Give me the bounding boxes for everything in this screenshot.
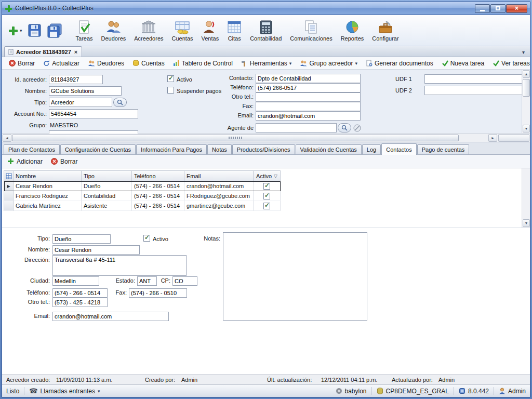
toolbar-citas[interactable]: Citas <box>223 17 246 45</box>
cell-tipo[interactable]: Contabilidad <box>82 191 132 201</box>
tipo-field[interactable] <box>49 98 112 107</box>
tab-close-icon[interactable]: × <box>74 49 78 55</box>
cell-tipo[interactable]: Asistente <box>82 201 132 211</box>
grupo-acreedor-menu[interactable]: Grupo acreedor ▾ <box>296 59 361 68</box>
scrollbar-thumb[interactable] <box>12 135 459 141</box>
toolbar-tareas[interactable]: Tareas <box>72 17 97 45</box>
deudores-button[interactable]: Deudores <box>84 59 128 68</box>
detail-activo-checkbox[interactable] <box>143 235 150 242</box>
grid-corner-icon[interactable] <box>4 171 14 181</box>
minimize-button[interactable] <box>475 4 490 13</box>
tab-configuracion-de-cuentas[interactable]: Configuración de Cuentas <box>60 144 136 154</box>
udf2-field[interactable] <box>424 86 522 95</box>
version-indicator[interactable]: 8.0.442 <box>459 388 489 395</box>
maximize-button[interactable] <box>490 4 506 13</box>
cell-nombre[interactable]: Cesar Rendon <box>14 181 82 191</box>
id-acreedor-field[interactable] <box>49 75 103 84</box>
tab-notas[interactable]: Notas <box>207 144 232 154</box>
scroll-down-icon[interactable]: ▼ <box>523 219 530 227</box>
toolbar-contabilidad[interactable]: Contabilidad <box>246 17 286 45</box>
tab-validacion-de-cuentas[interactable]: Validación de Cuentas <box>296 144 362 154</box>
ver-tareas-button[interactable]: Ver tareas <box>489 59 530 68</box>
otro-tel-field[interactable] <box>256 92 361 102</box>
scroll-up-icon[interactable]: ▲ <box>523 70 530 78</box>
table-row[interactable]: ▶ Cesar Rendon Dueño (574) - 266 - 0514 … <box>4 181 281 191</box>
agente-de-field[interactable] <box>256 123 337 132</box>
contacto-field[interactable] <box>256 74 361 83</box>
herramientas-menu[interactable]: Herramientas ▾ <box>237 59 296 68</box>
generar-documentos-button[interactable]: Generar documentos <box>362 59 437 68</box>
cell-nombre[interactable]: Francisco Rodriguez <box>14 191 82 201</box>
column-header-telefono[interactable]: Teléfono <box>132 171 184 181</box>
detail-telefono-field[interactable] <box>52 288 108 298</box>
toolbar-cuentas[interactable]: Cuentas <box>168 17 197 45</box>
document-tab-acreedor[interactable]: Acreedor 811843927 × <box>4 46 82 57</box>
toolbar-acreedores[interactable]: Acreedores <box>130 17 167 45</box>
udf1-field[interactable] <box>424 74 522 84</box>
activo-checkbox[interactable] <box>167 75 174 82</box>
cell-tipo[interactable]: Dueño <box>82 181 132 191</box>
fax-field[interactable] <box>256 102 361 111</box>
save-button[interactable] <box>25 19 44 42</box>
tab-plan-de-contactos[interactable]: Plan de Contactos <box>4 144 60 154</box>
scroll-right-icon[interactable]: ► <box>488 134 497 142</box>
detail-tipo-field[interactable] <box>52 234 111 244</box>
column-header-nombre[interactable]: Nombre <box>14 171 82 181</box>
tab-contactos[interactable]: Contactos <box>381 143 417 155</box>
tab-pago-de-cuentas[interactable]: Pago de cuentas <box>417 144 470 154</box>
column-header-tipo[interactable]: Tipo <box>82 171 132 181</box>
toolbar-deudores[interactable]: Deudores <box>97 17 130 45</box>
suspender-pagos-checkbox[interactable] <box>167 87 174 94</box>
table-row[interactable]: Gabriela Martinez Asistente (574) - 266 … <box>4 201 281 211</box>
account-no-field[interactable] <box>49 109 138 118</box>
toolbar-ventas[interactable]: Ventas <box>197 17 223 45</box>
current-user-indicator[interactable]: Admin <box>499 388 526 395</box>
cell-email[interactable]: FRodriguez@gcube.com <box>184 191 254 201</box>
cell-telefono[interactable]: (574) - 266 - 0514 <box>132 201 184 211</box>
detail-direccion-field[interactable]: Transversal 6a # 45-111 <box>52 255 187 276</box>
nueva-tarea-button[interactable]: Nueva tarea <box>438 59 488 68</box>
activo-cell-checkbox[interactable] <box>263 183 270 190</box>
cell-telefono[interactable]: (574) - 266 - 0514 <box>132 191 184 201</box>
tab-informacion-para-pagos[interactable]: Información Para Pagos <box>136 144 207 154</box>
column-header-activo[interactable]: Activo▽ <box>254 171 281 181</box>
new-button[interactable]: ▾ <box>5 19 25 42</box>
borrar-contacto-button[interactable]: Borrar <box>51 158 77 165</box>
scrollbar-thumb[interactable] <box>523 79 530 97</box>
borrar-button[interactable]: Borrar <box>5 59 38 68</box>
agente-search-button[interactable] <box>338 123 351 132</box>
babylon-indicator[interactable]: babylon <box>336 388 367 395</box>
tablero-button[interactable]: Tablero de Control <box>169 59 236 68</box>
detail-nombre-field[interactable] <box>52 245 140 255</box>
save-all-button[interactable] <box>44 19 65 42</box>
activo-cell-checkbox[interactable] <box>263 203 270 209</box>
toolbar-comunicaciones[interactable]: Comunicaciones <box>286 17 336 45</box>
email-field[interactable] <box>256 111 361 121</box>
cell-telefono[interactable]: (574) - 266 - 0514 <box>132 181 184 191</box>
cell-nombre[interactable]: Gabriela Martinez <box>14 201 82 211</box>
actualizar-button[interactable]: Actualizar <box>39 59 83 68</box>
form-vertical-scrollbar[interactable]: ▲ ▼ <box>522 70 530 133</box>
close-button[interactable]: × <box>506 4 527 13</box>
scroll-left-icon[interactable]: ◄ <box>3 134 11 142</box>
cuentas-button[interactable]: Cuentas <box>129 59 168 68</box>
detail-email-field[interactable] <box>52 312 169 321</box>
tab-list-dropdown[interactable]: ▾ <box>519 49 528 55</box>
cell-email[interactable]: crandon@hotmail.com <box>184 181 254 191</box>
tab-log[interactable]: Log <box>362 144 381 154</box>
detail-estado-field[interactable] <box>137 276 157 286</box>
splitter-grip[interactable] <box>229 137 242 139</box>
tab-productos-divisiones[interactable]: Productos/Divisiones <box>232 144 295 154</box>
column-header-email[interactable]: Email <box>184 171 254 181</box>
detail-otro-tel-field[interactable] <box>52 298 108 307</box>
toolbar-reportes[interactable]: Reportes <box>337 17 368 45</box>
activo-cell-checkbox[interactable] <box>263 193 270 200</box>
detail-cp-field[interactable] <box>172 276 197 286</box>
adicionar-button[interactable]: Adicionar <box>7 158 43 165</box>
scroll-down-icon[interactable]: ▼ <box>523 125 530 132</box>
llamadas-entrantes-dropdown[interactable]: ☎ Llamadas entrantes ▾ <box>29 387 100 395</box>
database-indicator[interactable]: CP8DEMO_ES_GRAL <box>377 388 449 395</box>
detail-fax-field[interactable] <box>129 288 187 298</box>
detail-ciudad-field[interactable] <box>52 276 99 286</box>
detail-notas-field[interactable] <box>223 232 367 321</box>
